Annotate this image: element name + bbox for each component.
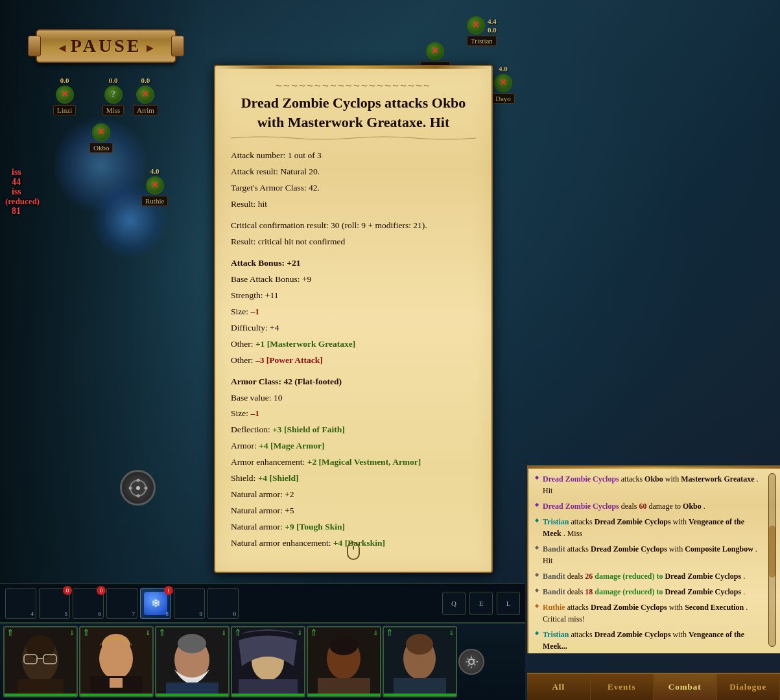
char-token-linzi[interactable]: 0.0 ✕ Linzi: [53, 76, 76, 115]
difficulty-bonus: Difficulty: +4: [231, 321, 476, 336]
portrait-6[interactable]: ⇑ ⇓: [383, 626, 457, 697]
ability-slot-7[interactable]: 7: [106, 588, 137, 619]
portrait-3-top: ⇑ ⇓: [156, 629, 228, 638]
char-token-miss[interactable]: 0.0 ? Miss: [102, 76, 124, 115]
arrow-up-5: ⇑: [310, 629, 318, 638]
char-token-tristian[interactable]: ✕ 4.4 0.0 Tristian: [467, 16, 497, 46]
tab-combat-label: Combat: [668, 682, 702, 692]
shield-bonus: Shield: +4 [Shield]: [231, 471, 476, 486]
tab-combat[interactable]: Combat: [654, 674, 717, 700]
tristian-circle: ✕: [467, 16, 485, 34]
ability-slot-8[interactable]: 1 8: [140, 588, 171, 619]
log-target-8: Dread Zombie Cyclops: [595, 630, 671, 639]
slot-0-num: 0: [233, 611, 237, 617]
log-name-6a: Bandit: [543, 587, 565, 596]
log-result-6: .: [743, 587, 745, 596]
slot-7-num: 7: [132, 611, 136, 617]
portrait-frame-2: ⇑ ⇓: [79, 626, 154, 697]
ability-slot-0[interactable]: 0: [207, 588, 239, 619]
attack-result: Attack result: Natural 20.: [231, 165, 476, 180]
char-bar: ⇑ ⇓ ⇑ ⇓: [0, 622, 525, 700]
log-target-6: Dread Zombie Cyclops: [665, 587, 741, 596]
portrait-3[interactable]: ⇑ ⇓: [155, 626, 230, 697]
panel-body: Attack number: 1 out of 3 Attack result:…: [231, 148, 476, 551]
mouse-icon: [347, 542, 360, 560]
slot-q-label: Q: [451, 600, 456, 607]
log-result-3: . Miss: [563, 529, 582, 538]
log-entries-container: Dread Zombie Cyclops attacks Okbo with M…: [528, 467, 780, 653]
log-text-3b: with: [673, 517, 689, 526]
log-text-6a: deals: [567, 587, 585, 596]
combat-log: Dread Zombie Cyclops attacks Okbo with M…: [527, 465, 780, 653]
log-target-4: Dread Zombie Cyclops: [591, 544, 667, 554]
portrait-4[interactable]: ⇑ ⇓: [231, 626, 305, 697]
log-target-5: Dread Zombie Cyclops: [665, 572, 741, 581]
svg-point-5: [136, 486, 140, 490]
arrow-up-6: ⇑: [386, 629, 394, 638]
ability-slot-4[interactable]: 4: [5, 588, 36, 619]
log-name-1b: Okbo: [644, 474, 663, 484]
tab-events-label: Events: [608, 682, 636, 692]
ability-slot-9[interactable]: 9: [174, 588, 205, 619]
log-name-7a: Ruthie: [543, 603, 565, 612]
svg-point-4: [144, 486, 147, 489]
slot-6-num: 6: [99, 611, 102, 617]
log-damage-2: 60: [639, 502, 646, 511]
pause-arrow-right: ►: [145, 41, 156, 54]
portrait-2[interactable]: ⇑ ⇓: [79, 626, 154, 697]
tristian-hp-label: 4.4: [488, 18, 497, 25]
tab-dialogue-label: Dialogue: [729, 682, 766, 692]
ability-slot-l[interactable]: L: [497, 592, 520, 615]
log-entry-6: Bandit deals 18 damage (reduced) to Drea…: [535, 586, 761, 598]
action-wheel[interactable]: [120, 470, 156, 506]
ability-slot-6[interactable]: 0 6: [73, 588, 104, 619]
log-name-2a: Dread Zombie Cyclops: [543, 502, 619, 511]
arrow-down-1: ⇓: [69, 630, 75, 636]
log-text-1a: attacks: [621, 474, 644, 484]
char-token-dayo[interactable]: 4.0 ✕ Dayo: [491, 65, 515, 104]
gear-button[interactable]: [458, 649, 484, 675]
log-target-3: Dread Zombie Cyclops: [595, 517, 671, 526]
ability-slot-5[interactable]: 0 5: [39, 588, 70, 619]
portrait-1[interactable]: ⇑ ⇓: [3, 626, 78, 697]
dayo-hp: 4.0: [499, 65, 508, 73]
linzi-label: Linzi: [53, 105, 76, 115]
armor-class-header: Armor Class: 42 (Flat-footed): [231, 375, 476, 390]
scroll-thumb: [769, 526, 775, 578]
log-entry-1: Dread Zombie Cyclops attacks Okbo with M…: [535, 473, 761, 496]
log-entry-2: Dread Zombie Cyclops deals 60 damage to …: [535, 500, 761, 512]
pause-banner: ◄ PAUSE ►: [36, 29, 176, 63]
slot-9-num: 9: [200, 611, 203, 617]
arrow-down-4: ⇓: [297, 630, 302, 636]
arrow-down-6: ⇓: [449, 630, 454, 636]
char-token-ruthie[interactable]: 4.0 ✕ Ruthie: [141, 167, 168, 206]
portrait-4-top: ⇑ ⇓: [232, 629, 304, 638]
slot-8-badge: 1: [164, 586, 173, 595]
arrow-down-3: ⇓: [221, 630, 226, 636]
ability-slot-q[interactable]: Q: [442, 592, 466, 615]
tab-all[interactable]: All: [527, 674, 591, 700]
arrow-up-2: ⇑: [82, 629, 90, 638]
ruthie-x: ✕: [151, 181, 159, 190]
log-text-7b: with: [669, 603, 685, 612]
green-bar-3: [156, 694, 228, 696]
skill-icon-8: [144, 592, 167, 615]
log-name-4a: Bandit: [543, 544, 565, 554]
arrim-hp: 0.0: [141, 76, 150, 84]
miss-circle: ?: [104, 86, 123, 104]
armor-mage: Armor: +4 [Mage Armor]: [231, 439, 476, 454]
log-entry-4: Bandit attacks Dread Zombie Cyclops with…: [535, 543, 761, 566]
svg-point-27: [329, 636, 358, 655]
panel-divider-1: [231, 135, 476, 141]
world-text-3: iss: [12, 187, 21, 197]
arrim-label: Arrim: [133, 105, 158, 115]
tab-dialogue[interactable]: Dialogue: [717, 674, 781, 700]
scroll-track[interactable]: [768, 473, 776, 647]
tab-events[interactable]: Events: [591, 674, 654, 700]
portrait-5[interactable]: ⇑ ⇓: [307, 626, 381, 697]
pause-scroll: ◄ PAUSE ►: [36, 29, 176, 63]
char-token-okbo[interactable]: ✕ Okbo: [89, 123, 113, 153]
char-token-arrim[interactable]: 0.0 ✕ Arrim: [133, 76, 158, 115]
ability-slot-e[interactable]: E: [469, 592, 493, 615]
portrait-6-top: ⇑ ⇓: [384, 629, 456, 638]
